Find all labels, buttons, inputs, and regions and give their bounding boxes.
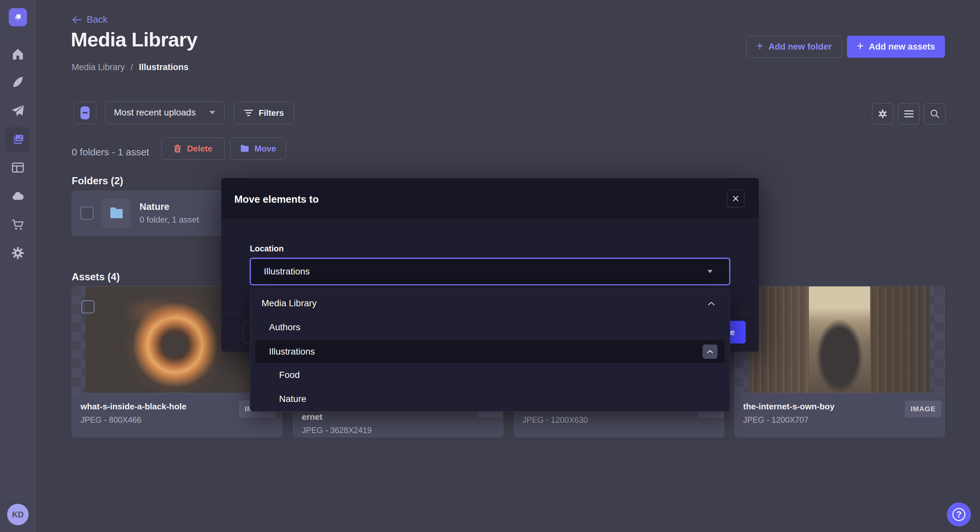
select-all-checkbox[interactable]: [74, 102, 96, 124]
modal-header: Move elements to: [221, 178, 759, 219]
sidebar-item-cloud-icon[interactable]: [0, 184, 36, 209]
asset-card-footer: the-internet-s-own-boy JPEG - 1200X707 I…: [735, 393, 944, 437]
breadcrumb: Media Library / Illustrations: [72, 62, 189, 72]
selection-count: 0 folders - 1 asset: [72, 147, 149, 158]
tree-item-media-library[interactable]: Media Library: [250, 292, 730, 315]
filters-button[interactable]: Filters: [234, 102, 294, 124]
delete-label: Delete: [187, 144, 212, 154]
close-button[interactable]: [727, 190, 745, 207]
folder-checkbox[interactable]: [81, 206, 94, 220]
tree-item-label: Nature: [279, 394, 730, 404]
folders-heading: Folders (2): [72, 175, 123, 187]
move-button[interactable]: Move: [230, 138, 286, 160]
sidebar-divider: [0, 35, 36, 35]
delete-button[interactable]: Delete: [161, 138, 224, 160]
folder-icon-container: [102, 199, 131, 228]
sort-value: Most recent uploads: [114, 107, 196, 118]
user-avatar[interactable]: KD: [7, 504, 29, 525]
add-new-folder-button[interactable]: + Add new folder: [746, 36, 842, 58]
folder-icon: [240, 145, 249, 152]
asset-subtitle: JPEG - 1200X630: [522, 415, 588, 425]
tree-item-illustrations-selected[interactable]: Illustrations: [255, 340, 725, 363]
list-icon: [904, 110, 914, 118]
asset-thumbnail: [735, 286, 944, 393]
question-mark-icon: ?: [952, 508, 966, 521]
indeterminate-checkbox-icon: [81, 106, 89, 119]
sidebar-bottom-divider: [0, 497, 36, 497]
caret-down-icon: [707, 270, 713, 273]
list-view-button[interactable]: [898, 103, 920, 125]
search-icon: [930, 109, 940, 119]
asset-subtitle: JPEG - 1200X707: [743, 415, 809, 425]
sort-select[interactable]: Most recent uploads: [105, 101, 224, 124]
add-assets-label: Add new assets: [869, 42, 935, 52]
tree-item-nature[interactable]: Nature: [250, 387, 730, 411]
library-portrait-image: [749, 286, 930, 393]
sidebar-item-settings-gear-icon[interactable]: [0, 241, 36, 265]
location-select[interactable]: Illustrations: [250, 258, 730, 285]
search-button[interactable]: [924, 103, 946, 125]
back-label: Back: [87, 14, 107, 25]
add-new-assets-button[interactable]: + Add new assets: [847, 36, 945, 58]
gear-icon: [877, 108, 888, 119]
asset-checkbox[interactable]: [81, 300, 94, 313]
modal-title: Move elements to: [234, 194, 319, 205]
asset-subtitle: JPEG - 3628X2419: [302, 426, 372, 435]
sidebar-item-layout-icon[interactable]: [0, 155, 36, 180]
chevron-up-icon[interactable]: [707, 298, 716, 308]
strapi-logo-icon[interactable]: [9, 8, 27, 26]
sidebar-item-cart-icon[interactable]: [0, 213, 36, 237]
back-arrow-icon: [72, 15, 82, 25]
tree-item-label: Authors: [269, 322, 730, 332]
move-label: Move: [255, 144, 276, 154]
asset-title: what-s-inside-a-black-hole: [81, 402, 186, 412]
sidebar-item-home[interactable]: [0, 41, 36, 66]
filter-icon: [244, 109, 253, 117]
folder-subtitle: 0 folder, 1 asset: [140, 215, 199, 225]
breadcrumb-current: Illustrations: [139, 62, 189, 72]
filters-label: Filters: [259, 108, 284, 118]
breadcrumb-separator: /: [131, 62, 134, 72]
page-title: Media Library: [71, 28, 197, 51]
sidebar-item-paper-plane-icon[interactable]: [0, 98, 36, 123]
location-label: Location: [250, 244, 284, 253]
collapse-chevron-up-button[interactable]: [703, 345, 718, 359]
view-settings-button[interactable]: [872, 103, 893, 125]
location-dropdown: Media Library Authors Illustrations Food…: [250, 289, 730, 412]
asset-card-internet-s-own-boy[interactable]: the-internet-s-own-boy JPEG - 1200X707 I…: [734, 286, 945, 437]
asset-subtitle: JPEG - 800X466: [81, 415, 142, 425]
trash-icon: [173, 144, 182, 153]
tree-item-food[interactable]: Food: [250, 363, 730, 387]
sidebar-item-content-feather-icon[interactable]: [0, 70, 36, 94]
sidebar: KD: [0, 0, 36, 532]
location-value: Illustrations: [264, 266, 310, 277]
tree-item-label: Illustrations: [269, 346, 315, 357]
media-library-page: KD Back Media Library Media Library / Il…: [0, 0, 980, 532]
asset-title: the-internet-s-own-boy: [743, 402, 835, 412]
caret-down-icon: [208, 110, 216, 115]
asset-title: ernet: [302, 412, 323, 422]
asset-type-badge: IMAGE: [905, 401, 941, 418]
breadcrumb-parent[interactable]: Media Library: [72, 62, 125, 72]
folder-title: Nature: [140, 202, 199, 212]
close-icon: [732, 195, 739, 202]
sidebar-item-media-library-images-icon[interactable]: [6, 127, 30, 152]
tree-item-authors[interactable]: Authors: [250, 315, 730, 340]
folder-icon: [109, 207, 124, 219]
assets-heading: Assets (4): [72, 271, 120, 283]
tree-item-label: Media Library: [262, 298, 730, 308]
add-folder-label: Add new folder: [768, 42, 832, 52]
back-link[interactable]: Back: [72, 14, 107, 25]
tree-item-label: Food: [279, 370, 730, 380]
help-button[interactable]: ?: [947, 502, 971, 526]
